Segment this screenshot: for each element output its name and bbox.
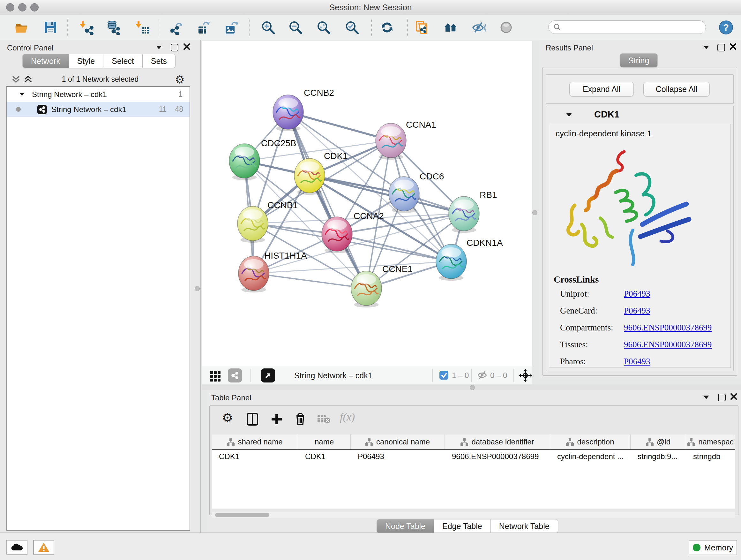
tab-edge-table[interactable]: Edge Table [434,519,491,533]
table-cell: P06493 [351,450,445,464]
network-node[interactable] [389,177,419,213]
network-node[interactable] [351,271,382,307]
table-panel-close-icon[interactable] [730,392,738,402]
show-columns-icon[interactable] [246,412,259,428]
network-node[interactable] [449,196,479,233]
selected-count-checkbox[interactable] [439,370,449,381]
network-node[interactable] [229,144,260,180]
horizontal-splitter[interactable] [202,384,741,390]
export-table-icon[interactable] [196,20,211,35]
table-cell: cyclin-dependent ... [550,450,630,464]
column-header-name[interactable]: name [298,435,351,449]
help-icon[interactable]: ? [719,20,733,36]
memory-button[interactable]: Memory [689,540,737,555]
neighborhood-icon[interactable] [443,20,458,35]
collapse-all-button[interactable]: Collapse All [643,82,710,97]
network-node[interactable] [273,95,304,131]
shared-column-icon [646,438,654,446]
control-panel-menu-icon[interactable] [156,46,162,49]
cloud-button[interactable] [6,540,27,555]
network-collection-row[interactable]: String Network – cdk1 1 [7,87,190,102]
zoom-selected-icon[interactable] [345,20,359,35]
zoom-in-icon[interactable] [261,20,275,35]
column-header-shared-name[interactable]: shared name [212,435,298,449]
open-session-icon[interactable] [14,20,29,35]
column-header-canonical-name[interactable]: canonical name [351,435,445,449]
network-node[interactable] [238,206,268,243]
results-panel-menu-icon[interactable] [703,46,709,49]
table-panel-menu-icon[interactable] [703,395,709,399]
crosslink-link[interactable]: 9606.ENSP00000378699 [624,340,712,349]
expand-all-button[interactable]: Expand All [569,82,634,97]
network-edge [254,213,464,273]
import-table-file-icon[interactable] [135,20,150,35]
crosslink-link[interactable]: P06493 [624,357,650,366]
control-panel-float-icon[interactable] [171,44,179,51]
left-splitter-handle[interactable] [195,286,200,291]
search-box[interactable] [548,20,706,34]
tab-select[interactable]: Select [104,54,142,68]
search-icon [553,23,561,31]
table-options-gear-icon[interactable]: ⚙ [222,410,233,425]
warnings-button[interactable] [33,540,54,555]
table-row[interactable]: CDK1CDK1P064939606.ENSP00000378699cyclin… [212,450,735,464]
control-panel-close-icon[interactable] [183,43,191,52]
column-header-database-identifier[interactable]: database identifier [445,435,550,449]
table-horizontal-scrollbar[interactable] [212,512,735,518]
crosslink-link[interactable]: P06493 [624,289,650,299]
column-header-description[interactable]: description [550,435,630,449]
network-canvas[interactable]: CCNB2CCNA1CDC25BCDK1CDC6RB1CCNB1CCNA2CDK… [202,41,532,366]
export-image-icon[interactable] [224,20,239,35]
zoom-out-icon[interactable] [288,20,303,35]
network-row-selected[interactable]: String Network – cdk1 11 48 [7,102,190,117]
function-builder-icon-disabled: f(x) [340,411,355,423]
apply-layout-icon[interactable] [380,20,394,35]
column-header-label: namespac [698,437,734,446]
crosslink-link[interactable]: P06493 [624,306,650,315]
tab-sets[interactable]: Sets [143,54,176,68]
table-cell: stringdb [686,450,735,464]
results-panel-close-icon[interactable] [729,43,737,52]
hidden-eye-icon[interactable] [477,370,488,381]
network-node[interactable] [436,244,467,281]
delete-column-icon[interactable] [293,412,307,427]
navigator-crosshair-icon[interactable] [518,368,532,384]
zoom-window-button[interactable] [30,3,39,11]
import-network-file-icon[interactable] [79,20,94,35]
close-window-button[interactable] [6,3,14,11]
search-input[interactable] [561,23,697,32]
network-node[interactable] [376,123,406,160]
save-session-icon[interactable] [43,20,58,35]
tab-style[interactable]: Style [69,54,104,68]
import-network-database-icon[interactable] [106,20,120,35]
tab-network-table[interactable]: Network Table [491,519,558,533]
tab-node-table[interactable]: Node Table [377,519,434,533]
results-panel-float-icon[interactable] [718,44,725,51]
scrollbar-thumb[interactable] [215,513,269,517]
table-panel-float-icon[interactable] [718,394,726,401]
export-network-icon[interactable] [169,20,183,35]
open-in-window-icon[interactable] [261,368,275,382]
column-header-@id[interactable]: @id [630,435,686,449]
show-hidden-icon[interactable] [471,20,486,35]
birdseye-grid-icon[interactable] [209,369,223,384]
clone-network-icon[interactable] [414,20,429,35]
tab-string[interactable]: String [620,53,658,67]
tab-network[interactable]: Network [22,54,69,68]
toolbar-separator [158,19,159,36]
collection-collapse-icon[interactable] [19,93,24,96]
gene-collapse-icon[interactable] [566,113,572,117]
hidden-counts: 0 – 0 [490,371,507,380]
right-splitter-handle[interactable] [532,210,537,215]
network-node[interactable] [294,159,325,195]
crosslink-link[interactable]: 9606.ENSP00000378699 [624,323,712,332]
add-column-icon[interactable] [270,412,284,428]
crosslink-label: Uniprot: [560,289,590,299]
results-panel-title: Results Panel [546,44,593,52]
zoom-fit-icon[interactable] [316,20,331,35]
network-options-gear-icon[interactable]: ⚙ [175,73,185,86]
network-node[interactable] [239,256,269,293]
bottom-splitter-handle[interactable] [470,385,475,390]
column-header-namespac[interactable]: namespac [686,435,735,449]
minimize-window-button[interactable] [18,3,26,11]
